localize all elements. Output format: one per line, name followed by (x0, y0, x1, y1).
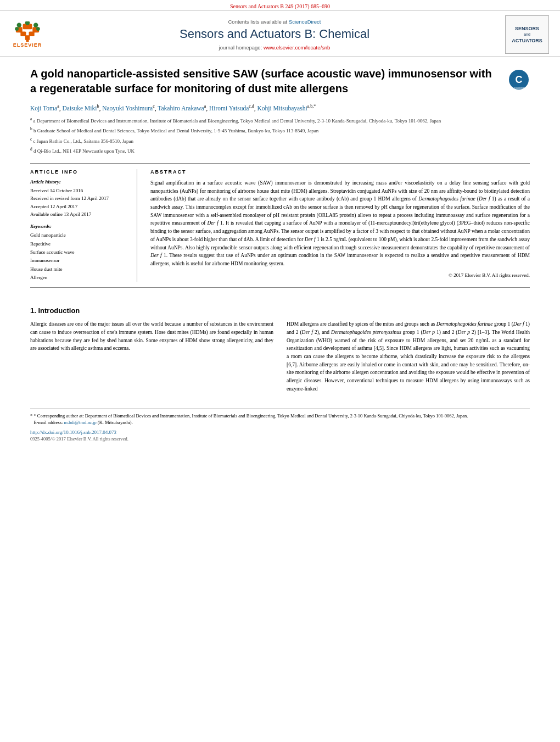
section-title: Introduction (38, 306, 80, 315)
article-info-abstract: ARTICLE INFO Article history: Received 1… (30, 163, 530, 288)
introduction-title: 1. Introduction (30, 306, 530, 315)
abstract-text: Signal amplification in a surface acoust… (150, 179, 530, 268)
keyword-6: Allergen (30, 274, 129, 282)
article-info-column: ARTICLE INFO Article history: Received 1… (30, 169, 137, 282)
article-title: A gold nanoparticle-assisted sensitive S… (30, 66, 508, 96)
svg-text:CrossMark: CrossMark (512, 86, 526, 90)
received-date: Received 14 October 2016 (30, 187, 129, 194)
elsevier-tree-svg (11, 21, 44, 42)
keyword-2: Repetitive (30, 240, 129, 248)
intro-paragraph-2: HDM allergens are classified by spices o… (287, 320, 530, 393)
email-link[interactable]: m.bdi@tmd.ac.jp (64, 420, 97, 425)
author-miki[interactable]: Daisuke Miki (62, 105, 97, 111)
keywords-label: Keywords: (30, 224, 129, 229)
email-author: (K. Mitsubayashi). (98, 420, 133, 425)
footnote-corresponding: * * Corresponding author at: Department … (30, 412, 530, 420)
keyword-1: Gold nanoparticle (30, 231, 129, 239)
keyword-5: House dust mite (30, 265, 129, 274)
journal-title-center: Contents lists available at ScienceDirec… (44, 19, 505, 51)
email-label: E-mail address: (33, 420, 63, 425)
available-date: Available online 13 April 2017 (30, 210, 129, 218)
journal-homepage: journal homepage: www.elsevier.com/locat… (44, 44, 505, 51)
affiliation-c: c c Japan Rathio Co., Ltd., Saitama 356-… (30, 136, 530, 146)
svg-rect-1 (25, 35, 30, 40)
affiliation-b: b b Graduate School of Medical and Denta… (30, 126, 530, 135)
abstract-column: ABSTRACT Signal amplification in a surfa… (150, 169, 530, 282)
author-yoshimura[interactable]: Naoyuki Yoshimura (102, 105, 153, 111)
footnote-section: * * Corresponding author at: Department … (30, 409, 530, 442)
affiliation-d: d d Qi-Bio Ltd., NE1 4EP Newcastle upon … (30, 146, 530, 155)
introduction-section: 1. Introduction Allergic diseases are on… (0, 299, 560, 403)
page-container: Sensors and Actuators B 249 (2017) 685–6… (0, 0, 560, 442)
keyword-4: Immunosensor (30, 256, 129, 265)
affiliations: a a Department of Biomedical Devices and… (30, 116, 530, 155)
issn-line: 0925-4005/© 2017 Elsevier B.V. All right… (30, 436, 530, 442)
citation-bar: Sensors and Actuators B 249 (2017) 685–6… (0, 0, 560, 10)
introduction-columns: Allergic diseases are one of the major i… (30, 320, 530, 397)
keyword-3: Surface acoustic wave (30, 248, 129, 256)
svg-point-9 (33, 23, 38, 27)
keywords-section: Keywords: Gold nanoparticle Repetitive S… (30, 224, 129, 282)
svg-text:C: C (516, 74, 523, 85)
intro-left-column: Allergic diseases are one of the major i… (30, 320, 273, 397)
elsevier-brand-text: ELSEVIER (13, 42, 42, 48)
doi-link[interactable]: http://dx.doi.org/10.1016/j.snb.2017.04.… (30, 429, 116, 435)
intro-paragraph-1: Allergic diseases are one of the major i… (30, 320, 273, 353)
sensors-logo-line3: ACTUATORS (512, 37, 542, 44)
sensors-actuators-logo: SENSORS and ACTUATORS (505, 15, 549, 54)
footnote-email: E-mail address: m.bdi@tmd.ac.jp (K. Mits… (30, 419, 530, 426)
revised-date: Received in revised form 12 April 2017 (30, 194, 129, 202)
accepted-date: Accepted 12 April 2017 (30, 203, 129, 210)
sciencedirect-link[interactable]: ScienceDirect (289, 19, 321, 25)
authors-line: Koji Tomaa, Daisuke Mikib, Naoyuki Yoshi… (30, 104, 530, 111)
article-section: A gold nanoparticle-assisted sensitive S… (0, 57, 560, 299)
journal-header: ELSEVIER Contents lists available at Sci… (0, 10, 560, 57)
author-arakawa[interactable]: Takahiro Arakawa (158, 105, 204, 111)
journal-name-main: Sensors and Actuators B: Chemical (44, 27, 505, 41)
citation-text: Sensors and Actuators B 249 (2017) 685–6… (230, 3, 330, 9)
contents-line: Contents lists available at ScienceDirec… (44, 19, 505, 25)
section-number: 1. (30, 306, 36, 315)
affiliation-a: a a Department of Biomedical Devices and… (30, 116, 530, 125)
abstract-heading: ABSTRACT (150, 169, 530, 175)
history-label: Article history: (30, 179, 129, 185)
article-info-heading: ARTICLE INFO (30, 169, 129, 175)
article-history: Article history: Received 14 October 201… (30, 179, 129, 219)
author-mitsubayashi[interactable]: Kohji Mitsubayashi (257, 105, 307, 111)
homepage-label: journal homepage: (219, 44, 262, 51)
article-title-row: A gold nanoparticle-assisted sensitive S… (30, 66, 530, 96)
author-yatsuda[interactable]: Hiromi Yatsuda (209, 105, 249, 111)
intro-right-column: HDM allergens are classified by spices o… (287, 320, 530, 397)
svg-point-7 (17, 23, 21, 27)
sensors-logo-line2: and (512, 32, 542, 37)
elsevier-logo: ELSEVIER (11, 21, 44, 48)
sensors-logo-line1: SENSORS (512, 25, 542, 32)
svg-point-10 (15, 27, 19, 31)
crossmark-logo: C CrossMark (508, 69, 530, 91)
copyright-line: © 2017 Elsevier B.V. All rights reserved… (150, 272, 530, 278)
doi-line: http://dx.doi.org/10.1016/j.snb.2017.04.… (30, 429, 530, 435)
svg-point-11 (36, 27, 40, 31)
homepage-url[interactable]: www.elsevier.com/locate/snb (264, 44, 330, 51)
author-toma[interactable]: Koji Toma (30, 105, 57, 111)
contents-text: Contents lists available at (228, 19, 288, 25)
